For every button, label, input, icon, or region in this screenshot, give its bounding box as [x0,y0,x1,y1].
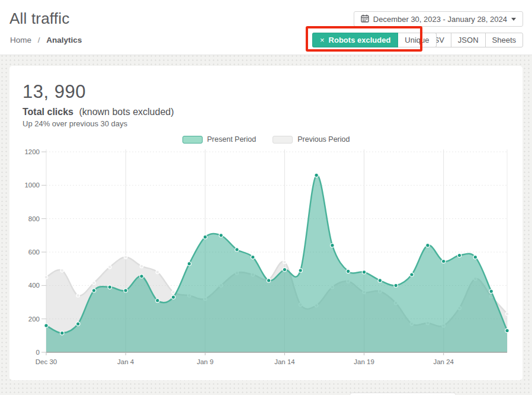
total-clicks-label: Total clicks (known bots excluded) [23,107,509,117]
comparison-subtext: Up 24% over previous 30 days [23,119,509,128]
unique-toggle-button[interactable]: Unique [398,33,436,47]
breadcrumb-home-link[interactable]: Home [10,36,31,44]
total-clicks-label-note: (known bots excluded) [79,107,174,117]
svg-text:Dec 30: Dec 30 [36,358,57,365]
remove-filter-icon[interactable]: × [320,36,325,44]
breadcrumb: Home / Analytics [10,36,82,44]
robots-excluded-filter-button[interactable]: × Robots excluded [312,33,398,47]
traffic-chart-card: 13, 990 Total clicks (known bots exclude… [9,66,523,380]
legend-item-present: Present Period [182,135,257,144]
svg-text:200: 200 [28,316,40,323]
page-header: All traffic Home / Analytics [0,0,532,55]
page-title: All traffic [9,9,69,28]
robots-excluded-label: Robots excluded [329,36,391,44]
present-period-swatch-icon [182,136,203,144]
svg-text:Jan 14: Jan 14 [274,358,295,365]
chart-area: Dec 30Jan 4Jan 9Jan 14Jan 19Jan 24020040… [23,145,509,375]
json-export-button[interactable]: JSON [451,33,486,47]
legend-item-previous: Previous Period [273,135,350,144]
svg-text:Jan 19: Jan 19 [354,358,374,365]
date-range-label: December 30, 2023 - January 28, 2024 [373,15,507,24]
sheets-export-button[interactable]: Sheets [485,33,523,47]
present-period-label: Present Period [207,135,257,144]
filter-button-group: × Robots excluded Unique [312,33,437,47]
svg-text:Jan 24: Jan 24 [433,358,454,365]
analytics-page: All traffic Home / Analytics [0,0,532,395]
previous-period-swatch-icon [273,136,293,144]
calendar-icon [361,14,369,24]
svg-text:400: 400 [28,282,40,289]
breadcrumb-current: Analytics [46,36,82,44]
chart-legend: Present Period Previous Period [23,135,509,144]
svg-text:0: 0 [36,349,40,356]
traffic-area-chart: Dec 30Jan 4Jan 9Jan 14Jan 19Jan 24020040… [23,145,509,372]
next-card-peek [350,393,456,395]
date-range-picker-button[interactable]: December 30, 2023 - January 28, 2024 [354,11,523,27]
svg-text:800: 800 [28,215,40,222]
total-clicks-value: 13, 990 [23,81,509,103]
svg-text:Jan 4: Jan 4 [117,358,134,365]
svg-text:600: 600 [28,249,40,256]
caret-down-icon [511,18,516,21]
svg-text:1000: 1000 [24,181,40,189]
svg-text:Jan 9: Jan 9 [197,358,213,365]
previous-period-label: Previous Period [297,135,350,144]
svg-text:1200: 1200 [24,148,40,155]
total-clicks-label-bold: Total clicks [23,107,73,117]
breadcrumb-separator: / [38,36,40,44]
